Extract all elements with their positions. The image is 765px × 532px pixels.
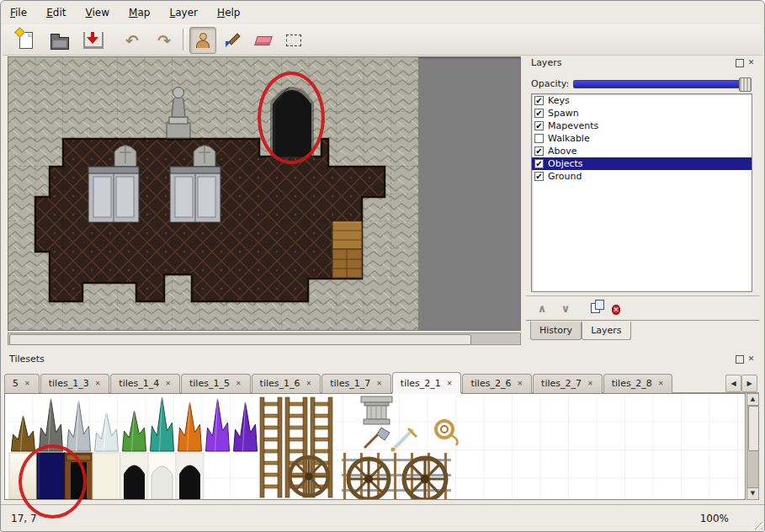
layer-row[interactable]: ✔ Spawn	[532, 107, 752, 120]
tilesets-panel: Tilesets ✕ 5 ✕ tiles_1_3 ✕ tiles_1_4 ✕ t…	[4, 353, 759, 503]
toolbar-button-open[interactable]	[46, 27, 73, 54]
layers-panel-header: Layers ✕	[526, 56, 759, 70]
scroll-up-icon[interactable]: ▲	[747, 394, 758, 406]
panel-tab-layers[interactable]: Layers	[582, 322, 630, 340]
scroll-down-icon[interactable]: ▼	[747, 487, 758, 499]
tab-close-icon[interactable]: ✕	[657, 379, 665, 388]
menu-map[interactable]: Map	[121, 3, 157, 22]
tile-pale-door[interactable]	[9, 453, 36, 499]
layer-checkbox[interactable]: ✔	[534, 146, 544, 156]
tab-close-icon[interactable]: ✕	[305, 379, 313, 388]
tab-close-icon[interactable]: ✕	[24, 379, 31, 388]
toolbar-button-fill-tool[interactable]	[220, 27, 247, 54]
layer-label: Ground	[548, 171, 582, 182]
tileset-tab[interactable]: tiles_2_6 ✕	[462, 374, 532, 393]
eraser-tool-icon	[254, 36, 273, 45]
tile-pale-arch[interactable]	[148, 453, 176, 499]
tile-wheel-large-2[interactable]	[404, 458, 446, 499]
tilesets-panel-title: Tilesets	[9, 354, 45, 364]
tileset-tab[interactable]: tiles_2_8 ✕	[603, 374, 673, 393]
tab-close-icon[interactable]: ✕	[446, 379, 454, 388]
map-horizontal-scrollbar[interactable]	[8, 332, 521, 345]
layer-checkbox[interactable]: ✔	[534, 172, 544, 181]
toolbar-button-new-file[interactable]	[13, 27, 40, 54]
layer-row[interactable]: ✔ Above	[532, 145, 752, 157]
layer-row[interactable]: ✔ Ground	[532, 170, 752, 183]
close-tilesets-icon[interactable]: ✕	[746, 354, 756, 364]
layer-row[interactable]: Walkable	[532, 132, 752, 145]
menu-help[interactable]: Help	[210, 3, 247, 22]
tilesets-panel-header: Tilesets ✕	[4, 353, 759, 366]
toolbar-button-redo[interactable]: ↷	[151, 27, 178, 54]
tileset-canvas[interactable]	[5, 394, 746, 499]
layer-row[interactable]: ✔ Objects	[532, 157, 752, 170]
layer-checkbox[interactable]: ✔	[534, 159, 544, 168]
tab-close-icon[interactable]: ✕	[235, 379, 242, 388]
tabs-scroll-left-icon[interactable]: ◀	[725, 375, 741, 392]
resize-grip[interactable]	[751, 518, 762, 529]
tab-close-icon[interactable]: ✕	[375, 379, 383, 388]
opacity-slider[interactable]	[573, 80, 751, 88]
tileset-tab[interactable]: tiles_2_1 ✕	[392, 372, 462, 393]
tileset-tab[interactable]: tiles_1_3 ✕	[40, 374, 110, 393]
chevron-down-icon: ∨	[561, 302, 571, 315]
toolbar-button-undo[interactable]: ↶	[119, 27, 146, 54]
menu-file[interactable]: File	[3, 3, 35, 22]
tileset-tab[interactable]: tiles_1_6 ✕	[252, 374, 321, 393]
tile-pale-blank[interactable]	[93, 453, 120, 499]
tileset-tab[interactable]: tiles_1_4 ✕	[110, 374, 180, 393]
open-folder-icon	[50, 37, 69, 50]
tab-close-icon[interactable]: ✕	[94, 379, 102, 388]
toolbar-button-select-tool[interactable]	[280, 27, 307, 54]
layer-label: Keys	[548, 95, 570, 106]
toolbar-button-stamp-tool[interactable]	[189, 27, 216, 54]
map-hscroll-thumb[interactable]	[9, 334, 471, 345]
tab-close-icon[interactable]: ✕	[164, 379, 172, 388]
layer-row[interactable]: ✔ Keys	[532, 94, 752, 107]
tab-close-icon[interactable]: ✕	[587, 379, 594, 388]
layer-delete-button[interactable]: ✕	[607, 300, 625, 317]
tile-wooden-doorframe[interactable]	[65, 453, 93, 499]
menu-view[interactable]: View	[78, 3, 117, 22]
layer-copy-button[interactable]	[582, 300, 600, 317]
tabs-scroll-right-icon[interactable]: ▶	[741, 375, 757, 392]
layer-row[interactable]: ✔ Mapevents	[532, 120, 752, 132]
layer-buttons: ∧ ∨ ✕	[526, 295, 759, 320]
tileset-tab[interactable]: 5 ✕	[4, 374, 40, 393]
layers-panel-tabs: HistoryLayers	[526, 320, 759, 347]
layer-checkbox[interactable]: ✔	[534, 109, 544, 118]
tab-close-icon[interactable]: ✕	[516, 379, 523, 388]
opacity-slider-handle[interactable]	[739, 77, 752, 92]
float-tilesets-icon[interactable]	[736, 355, 744, 364]
toolbar-button-eraser-tool[interactable]	[250, 27, 277, 54]
layer-checkbox[interactable]	[534, 134, 544, 143]
layer-move-up-button[interactable]: ∧	[533, 300, 551, 317]
tileset-tab[interactable]: tiles_1_5 ✕	[181, 374, 251, 393]
tile-wheel-small[interactable]	[290, 457, 328, 496]
tileset-tabbar: 5 ✕ tiles_1_3 ✕ tiles_1_4 ✕ tiles_1_5 ✕ …	[4, 370, 759, 393]
tile-dark-arch-1[interactable]	[120, 453, 148, 499]
menu-edit[interactable]: Edit	[39, 3, 73, 22]
tile-dark-arch-2[interactable]	[176, 453, 204, 499]
tileset-vertical-scrollbar[interactable]: ▲ ▼	[746, 393, 759, 500]
layers-list[interactable]: ✔ Keys ✔ Spawn ✔ Mapevents Walkable ✔ Ab…	[531, 93, 752, 292]
menu-layer[interactable]: Layer	[162, 3, 205, 22]
map-canvas[interactable]	[8, 57, 418, 330]
layer-move-down-button[interactable]: ∨	[556, 300, 575, 317]
tileset-vscroll-thumb[interactable]	[748, 406, 759, 451]
close-panel-icon[interactable]: ✕	[746, 58, 756, 67]
tile-wheel-large-1[interactable]	[348, 459, 389, 499]
map-viewport[interactable]	[8, 56, 521, 331]
status-zoom: 100%	[700, 513, 729, 524]
toolbar-button-save[interactable]	[80, 27, 107, 54]
selected-tile[interactable]	[37, 453, 65, 499]
tileset-content[interactable]	[4, 393, 746, 500]
tileset-tab[interactable]: tiles_2_7 ✕	[533, 374, 603, 393]
tileset-tab-label: 5	[13, 378, 19, 389]
panel-tab-history[interactable]: History	[530, 322, 582, 340]
redo-icon: ↷	[157, 33, 171, 49]
layer-checkbox[interactable]: ✔	[534, 121, 544, 130]
layer-checkbox[interactable]: ✔	[534, 96, 544, 105]
float-panel-icon[interactable]	[736, 59, 744, 67]
tileset-tab[interactable]: tiles_1_7 ✕	[321, 374, 391, 393]
